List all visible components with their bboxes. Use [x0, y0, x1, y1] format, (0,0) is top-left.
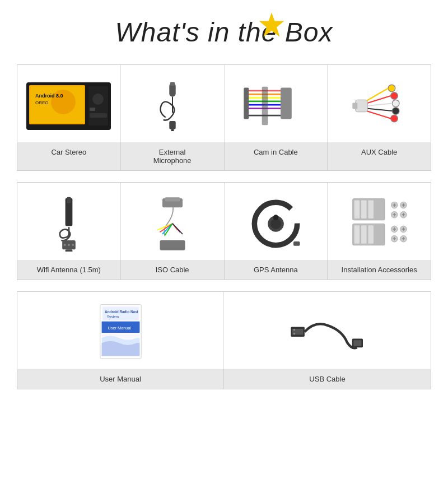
- star-decoration-icon: [258, 11, 286, 39]
- svg-rect-68: [368, 225, 374, 243]
- install-accessories-cell: [328, 183, 431, 260]
- label-usb-cable: USB Cable: [224, 369, 431, 389]
- svg-line-30: [367, 96, 391, 104]
- external-mic-image: [127, 75, 218, 137]
- aux-cable-cell: [328, 65, 431, 142]
- install-accessories-icon: [347, 194, 412, 253]
- svg-rect-60: [293, 241, 300, 246]
- svg-rect-64: [368, 200, 374, 218]
- iso-cable-icon: [147, 196, 198, 252]
- svg-marker-0: [259, 13, 284, 37]
- svg-rect-12: [170, 82, 175, 86]
- gps-antenna-cell: [225, 183, 328, 260]
- svg-point-8: [92, 94, 104, 105]
- svg-rect-38: [352, 103, 357, 109]
- wifi-antenna-icon: [49, 196, 88, 252]
- svg-rect-25: [244, 88, 249, 119]
- row2-section: Wifi Antenna (1.5m) ISO Cable GPS Antenn…: [17, 182, 431, 280]
- page-title: What's in the Box: [115, 17, 333, 47]
- row2-labels: Wifi Antenna (1.5m) ISO Cable GPS Antenn…: [17, 260, 431, 280]
- iso-cable-image: [127, 193, 218, 254]
- svg-point-35: [391, 115, 398, 122]
- svg-point-29: [391, 92, 398, 100]
- label-aux-cable: AUX Cable: [328, 142, 431, 170]
- row1-items: Android 8.0 OREO: [17, 65, 431, 142]
- label-install-accessories: Installation Accessories: [328, 260, 431, 280]
- svg-rect-62: [354, 200, 360, 218]
- user-manual-icon: Android Radio Navi System User Manual: [97, 302, 144, 364]
- svg-line-32: [367, 104, 393, 106]
- svg-point-105: [293, 333, 295, 335]
- cam-cable-icon: [242, 81, 309, 131]
- svg-line-36: [367, 111, 391, 119]
- svg-line-54: [172, 224, 183, 234]
- gps-antenna-image: [230, 193, 322, 254]
- svg-text:Android Radio Navi: Android Radio Navi: [105, 310, 138, 314]
- user-manual-image: Android Radio Navi System User Manual: [23, 302, 218, 364]
- label-external-mic: ExternalMicrophone: [121, 142, 225, 170]
- svg-text:User Manual: User Manual: [108, 325, 131, 331]
- car-stereo-image: Android 8.0 OREO: [23, 75, 115, 137]
- wifi-antenna-cell: [17, 183, 121, 260]
- svg-rect-103: [353, 340, 361, 346]
- svg-rect-67: [361, 225, 367, 243]
- svg-rect-26: [262, 87, 268, 125]
- svg-line-34: [367, 109, 393, 111]
- svg-point-104: [293, 329, 295, 331]
- label-gps-antenna: GPS Antenna: [225, 260, 328, 280]
- svg-rect-24: [281, 88, 292, 119]
- wifi-antenna-image: [23, 193, 115, 254]
- svg-rect-63: [361, 200, 367, 218]
- svg-point-31: [393, 100, 400, 107]
- aux-cable-icon: [351, 81, 407, 131]
- row3-items: Android Radio Navi System User Manual: [17, 292, 431, 369]
- usb-cable-image: [230, 302, 425, 364]
- svg-text:System: System: [106, 315, 118, 319]
- label-iso-cable: ISO Cable: [121, 260, 225, 280]
- svg-text:OREO: OREO: [35, 100, 49, 105]
- svg-rect-9: [90, 113, 107, 118]
- external-mic-icon: [153, 81, 192, 131]
- svg-rect-7: [88, 86, 108, 125]
- usb-cable-cell: [224, 292, 431, 369]
- svg-rect-42: [66, 249, 73, 252]
- svg-rect-47: [165, 197, 180, 201]
- svg-rect-14: [169, 121, 175, 129]
- gps-antenna-icon: [246, 194, 305, 253]
- usb-cable-icon: [288, 302, 367, 364]
- car-stereo-icon: Android 8.0 OREO: [25, 80, 112, 133]
- page-wrapper: What's in the Box Android: [0, 0, 448, 412]
- label-wifi-antenna: Wifi Antenna (1.5m): [17, 260, 121, 280]
- row2-items: [17, 183, 431, 260]
- car-stereo-cell: Android 8.0 OREO: [17, 65, 121, 142]
- svg-point-33: [393, 108, 400, 115]
- svg-rect-10: [90, 108, 95, 111]
- install-accessories-image: [333, 193, 425, 254]
- svg-point-27: [388, 85, 395, 92]
- svg-point-45: [72, 244, 74, 246]
- svg-rect-55: [160, 240, 185, 250]
- svg-rect-40: [67, 197, 71, 203]
- row1-section: Android 8.0 OREO: [17, 64, 431, 171]
- cam-in-cable-cell: [225, 65, 328, 142]
- label-car-stereo: Car Stereo: [17, 142, 121, 170]
- row3-section: Android Radio Navi System User Manual: [17, 291, 431, 389]
- aux-cable-image: [333, 75, 425, 137]
- cam-in-cable-image: [230, 75, 322, 137]
- iso-cable-cell: [121, 183, 225, 260]
- svg-point-43: [64, 244, 66, 246]
- header: What's in the Box: [17, 11, 431, 48]
- user-manual-cell: Android Radio Navi System User Manual: [17, 292, 224, 369]
- svg-point-59: [273, 215, 279, 220]
- svg-rect-15: [171, 129, 174, 131]
- svg-line-28: [367, 89, 389, 101]
- svg-rect-66: [354, 225, 360, 243]
- row3-labels: User Manual USB Cable: [17, 369, 431, 389]
- label-user-manual: User Manual: [17, 369, 224, 389]
- svg-text:Android 8.0: Android 8.0: [35, 93, 63, 99]
- label-cam-in-cable: Cam in Cable: [225, 142, 328, 170]
- external-mic-cell: [121, 65, 225, 142]
- row1-labels: Car Stereo ExternalMicrophone Cam in Cab…: [17, 142, 431, 170]
- svg-point-44: [68, 244, 70, 246]
